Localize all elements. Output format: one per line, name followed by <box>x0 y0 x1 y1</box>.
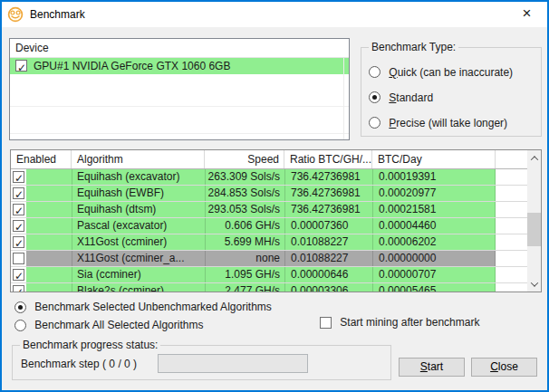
enabled-cell <box>11 186 72 201</box>
speed-cell: 2.477 GH/s <box>205 283 284 292</box>
btcday-cell: 0.00006202 <box>372 234 496 250</box>
enabled-cell <box>11 234 72 250</box>
radio-all-label: Benchmark All Selected Algorithms <box>34 319 203 332</box>
ratio-cell: 736.42736981 <box>284 186 372 201</box>
btcday-cell: 0.00005465 <box>372 283 496 292</box>
row-checkbox[interactable] <box>13 204 24 215</box>
btcday-cell: 0.00000707 <box>372 267 496 282</box>
header-algorithm[interactable]: Algorithm <box>72 150 205 168</box>
algorithm-cell: X11Gost (ccminer) <box>72 234 205 250</box>
algorithm-cell: Equihash (dtsm) <box>72 202 205 217</box>
benchmark-type-group: Benchmark Type: Quick (can be inaccurate… <box>361 47 542 137</box>
header-btcday[interactable]: BTC/Day <box>372 150 496 168</box>
device-list: Device GPU#1 NVIDIA GeForce GTX 1060 6GB <box>9 38 350 140</box>
speed-cell: 5.699 MH/s <box>205 234 284 250</box>
speed-cell: 0.606 GH/s <box>205 218 284 234</box>
radio-standard[interactable]: Standard <box>369 91 433 103</box>
row-checkbox[interactable] <box>13 171 24 183</box>
row-checkbox[interactable] <box>13 220 24 232</box>
table-row[interactable]: Blake2s (ccminer) 2.477 GH/s 0.00003306 … <box>11 283 527 292</box>
nicehash-smiley-icon <box>7 6 24 23</box>
table-row[interactable]: Pascal (excavator) 0.606 GH/s 0.00007360… <box>11 218 527 234</box>
algorithm-cell: Blake2s (ccminer) <box>72 283 205 292</box>
table-row[interactable]: X11Gost (ccminer) 5.699 MH/s 0.01088227 … <box>11 234 527 251</box>
ratio-cell: 0.01088227 <box>284 234 372 250</box>
scroll-up-icon[interactable] <box>527 150 541 166</box>
benchmark-dialog: Benchmark × Device GPU#1 NVIDIA GeForce … <box>0 0 549 392</box>
speed-cell: 1.095 GH/s <box>205 267 284 282</box>
close-window-button[interactable]: × <box>506 2 547 27</box>
progress-bar <box>158 354 308 373</box>
radio-quick-label: Quick (can be inaccurate) <box>389 66 513 79</box>
radio-precise[interactable]: Precise (will take longer) <box>369 116 507 129</box>
device-column-header[interactable]: Device <box>10 39 349 58</box>
speed-cell: 293.053 Sols/s <box>205 202 284 217</box>
header-filler <box>496 150 527 168</box>
btcday-cell: 0.00000000 <box>372 251 496 266</box>
radio-standard-circle[interactable] <box>369 91 380 103</box>
table-header-row: Enabled Algorithm Speed Ratio BTC/GH/...… <box>11 150 527 169</box>
btcday-cell: 0.00021581 <box>372 202 496 217</box>
btcday-cell: 0.00019391 <box>372 169 496 185</box>
algorithm-cell: Pascal (excavator) <box>72 218 205 234</box>
ratio-cell: 0.00007360 <box>284 218 372 234</box>
enabled-cell <box>11 283 72 292</box>
title-bar: Benchmark × <box>2 2 547 27</box>
start-button[interactable]: Start <box>399 358 465 377</box>
algorithm-cell: X11Gost (ccminer_a... <box>72 251 205 266</box>
device-label: GPU#1 NVIDIA GeForce GTX 1060 6GB <box>34 58 230 74</box>
enabled-cell <box>11 218 72 234</box>
close-button[interactable]: Close <box>471 358 537 377</box>
benchmark-step-label: Benchmark step ( 0 / 0 ) <box>21 358 137 370</box>
radio-all-circle[interactable] <box>14 320 26 331</box>
ratio-cell: 0.00003306 <box>284 283 372 292</box>
radio-benchmark-all[interactable]: Benchmark All Selected Algorithms <box>14 319 203 332</box>
enabled-cell <box>11 169 72 185</box>
row-checkbox[interactable] <box>13 187 24 199</box>
ratio-cell: 736.42736981 <box>284 202 372 217</box>
algorithm-cell: Equihash (excavator) <box>72 169 205 185</box>
table-row[interactable]: Equihash (EWBF) 284.853 Sols/s 736.42736… <box>11 186 527 202</box>
algorithm-cell: Sia (ccminer) <box>72 267 205 282</box>
radio-unbenchmarked-circle[interactable] <box>14 301 26 313</box>
start-mining-checkbox[interactable] <box>320 317 332 329</box>
radio-precise-label: Precise (will take longer) <box>389 117 507 129</box>
benchmark-type-label: Benchmark Type: <box>369 41 458 53</box>
radio-standard-label: Standard <box>389 91 433 104</box>
algorithm-table: Enabled Algorithm Speed Ratio BTC/GH/...… <box>10 149 542 292</box>
device-row[interactable]: GPU#1 NVIDIA GeForce GTX 1060 6GB <box>10 58 349 74</box>
table-row[interactable]: Sia (ccminer) 1.095 GH/s 0.00000646 0.00… <box>11 267 527 283</box>
table-row[interactable]: X11Gost (ccminer_a... none 0.01088227 0.… <box>11 251 527 267</box>
row-checkbox[interactable] <box>13 253 24 264</box>
speed-cell: none <box>205 251 284 266</box>
btcday-cell: 0.00020977 <box>372 186 496 201</box>
ratio-cell: 0.00000646 <box>284 267 372 282</box>
radio-precise-circle[interactable] <box>369 117 380 129</box>
table-scrollbar[interactable] <box>527 150 541 292</box>
radio-quick-circle[interactable] <box>369 66 380 78</box>
speed-cell: 263.309 Sols/s <box>205 169 284 185</box>
enabled-cell <box>11 267 72 282</box>
window-title: Benchmark <box>30 2 85 27</box>
table-row[interactable]: Equihash (dtsm) 293.053 Sols/s 736.42736… <box>11 202 527 218</box>
radio-unbenchmarked-label: Benchmark Selected Unbenchmarked Algorit… <box>34 301 271 314</box>
header-ratio[interactable]: Ratio BTC/GH/... <box>284 150 372 168</box>
header-speed[interactable]: Speed <box>205 150 284 168</box>
progress-group: Benchmark progress status: Benchmark ste… <box>12 345 391 380</box>
ratio-cell: 736.42736981 <box>284 169 372 185</box>
device-checkbox[interactable] <box>15 60 27 72</box>
scrollbar-thumb[interactable] <box>527 213 541 246</box>
start-mining-option[interactable]: Start mining after benchmark <box>320 316 479 330</box>
scroll-down-icon[interactable] <box>527 276 541 292</box>
header-enabled[interactable]: Enabled <box>11 150 72 168</box>
table-row[interactable]: Equihash (excavator) 263.309 Sols/s 736.… <box>11 169 527 186</box>
row-checkbox[interactable] <box>13 269 24 281</box>
enabled-cell <box>11 251 72 266</box>
radio-quick[interactable]: Quick (can be inaccurate) <box>369 65 513 78</box>
algorithm-cell: Equihash (EWBF) <box>72 186 205 201</box>
radio-benchmark-unbenchmarked[interactable]: Benchmark Selected Unbenchmarked Algorit… <box>14 301 272 314</box>
row-checkbox[interactable] <box>13 236 24 248</box>
progress-group-label: Benchmark progress status: <box>20 339 160 351</box>
start-mining-label: Start mining after benchmark <box>340 316 479 330</box>
row-checkbox[interactable] <box>13 285 24 292</box>
